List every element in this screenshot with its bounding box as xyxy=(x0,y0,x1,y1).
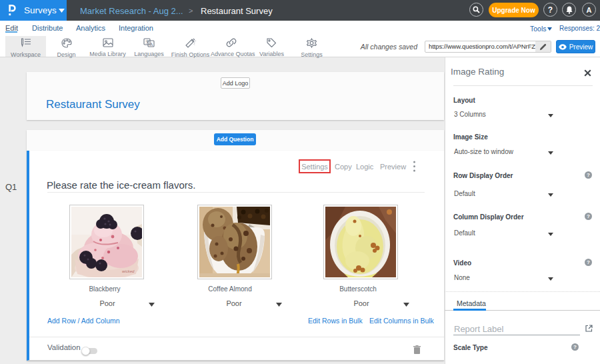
svg-text:wicked: wicked xyxy=(122,269,135,273)
